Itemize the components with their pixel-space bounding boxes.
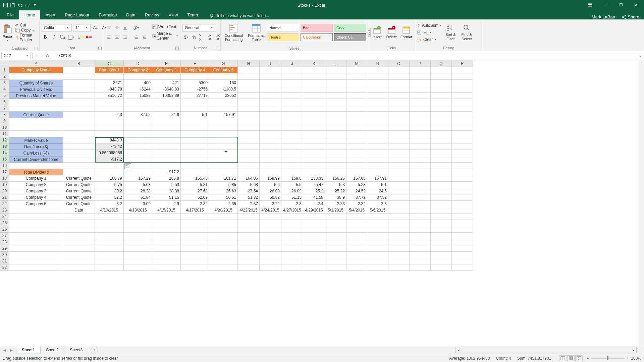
cell-D18[interactable]: 167.29: [124, 175, 152, 182]
cell-F23[interactable]: 4/17/2015: [181, 207, 209, 214]
cell-Q6[interactable]: [431, 99, 452, 105]
cell-K23[interactable]: 4/29/2015: [303, 207, 325, 214]
cell-H14[interactable]: [238, 150, 260, 156]
cell-A24[interactable]: [9, 214, 63, 220]
cell-F5[interactable]: 27719: [181, 93, 209, 99]
font-color-button[interactable]: A: [85, 34, 93, 41]
cell-B6[interactable]: [63, 99, 95, 105]
cell-I9[interactable]: [260, 118, 281, 124]
cell-B24[interactable]: [63, 214, 95, 220]
cell-G16[interactable]: [209, 163, 238, 169]
style-check-cell[interactable]: Check Cell: [334, 33, 366, 41]
cell-P27[interactable]: [410, 233, 431, 239]
tab-data[interactable]: Data: [121, 10, 140, 19]
cell-M10[interactable]: [346, 124, 367, 131]
cell-M21[interactable]: 37.72: [346, 194, 367, 201]
cell-J6[interactable]: [281, 99, 303, 105]
cell-K9[interactable]: [303, 118, 325, 124]
cell-P6[interactable]: [410, 99, 431, 105]
cell-L5[interactable]: [325, 93, 346, 99]
cell-H16[interactable]: [238, 163, 260, 169]
cell-A1[interactable]: Company Name: [9, 67, 63, 73]
cell-E19[interactable]: 5.53: [152, 182, 181, 188]
cell-K21[interactable]: 41.58: [303, 194, 325, 201]
cell-R14[interactable]: [452, 150, 473, 156]
cell-P18[interactable]: [410, 175, 431, 182]
cell-A15[interactable]: Current Dividend/Income: [9, 156, 63, 163]
cell-B11[interactable]: [63, 131, 95, 137]
cell-P17[interactable]: [410, 169, 431, 175]
cell-I6[interactable]: [260, 99, 281, 105]
cell-D20[interactable]: 28.28: [124, 188, 152, 194]
cell-P10[interactable]: [410, 124, 431, 131]
cell-E7[interactable]: [152, 105, 181, 112]
cell-K19[interactable]: 5.47: [303, 182, 325, 188]
cell-P14[interactable]: [410, 150, 431, 156]
horizontal-scrollbar[interactable]: ◄►: [455, 348, 637, 353]
cell-E8[interactable]: 24.6: [152, 112, 181, 118]
cell-D32[interactable]: [124, 264, 152, 271]
cell-M32[interactable]: [346, 264, 367, 271]
col-header-R[interactable]: R: [452, 60, 473, 67]
cell-O19[interactable]: [388, 182, 410, 188]
cell-O10[interactable]: [388, 124, 410, 131]
cell-H26[interactable]: [238, 226, 260, 233]
cell-I21[interactable]: 50.82: [260, 194, 281, 201]
number-format-combo[interactable]: General▼: [182, 24, 216, 32]
cell-N23[interactable]: 5/6/2015: [367, 207, 388, 214]
cell-R32[interactable]: [452, 264, 473, 271]
cell-J9[interactable]: [281, 118, 303, 124]
cell-L27[interactable]: [325, 233, 346, 239]
cell-L25[interactable]: [325, 220, 346, 226]
row-header-14[interactable]: 14: [0, 150, 9, 156]
cells-area[interactable]: Company NameCompany 1Company 2Company 3C…: [9, 67, 473, 271]
sheet-tab-sheet1[interactable]: Sheet1: [16, 346, 41, 354]
col-header-M[interactable]: M: [346, 60, 367, 67]
cell-A28[interactable]: [9, 239, 63, 245]
cell-Q1[interactable]: [431, 67, 452, 73]
cell-H1[interactable]: [238, 67, 260, 73]
cell-I26[interactable]: [260, 226, 281, 233]
user-name[interactable]: Mark LaBarr: [592, 14, 616, 19]
cell-R1[interactable]: [452, 67, 473, 73]
cell-E27[interactable]: [152, 233, 181, 239]
cell-H10[interactable]: [238, 124, 260, 131]
cell-H24[interactable]: [238, 214, 260, 220]
align-right-button[interactable]: [121, 34, 129, 41]
cell-J1[interactable]: [281, 67, 303, 73]
tab-view[interactable]: View: [164, 10, 182, 19]
cell-B4[interactable]: [63, 86, 95, 93]
cell-G9[interactable]: [209, 118, 238, 124]
cell-A18[interactable]: Company 1: [9, 175, 63, 182]
cell-Q7[interactable]: [431, 105, 452, 112]
cell-H23[interactable]: 4/22/2015: [238, 207, 260, 214]
cell-Q13[interactable]: [431, 143, 452, 150]
cell-A31[interactable]: [9, 258, 63, 264]
cell-B25[interactable]: [63, 220, 95, 226]
cell-F4[interactable]: -2756: [181, 86, 209, 93]
cell-G32[interactable]: [209, 264, 238, 271]
zoom-out-button[interactable]: −: [587, 356, 589, 361]
cell-D7[interactable]: [124, 105, 152, 112]
cell-L6[interactable]: [325, 99, 346, 105]
cell-B7[interactable]: [63, 105, 95, 112]
cell-J26[interactable]: [281, 226, 303, 233]
cell-Q17[interactable]: [431, 169, 452, 175]
cell-D23[interactable]: 4/13/2015: [124, 207, 152, 214]
tab-insert[interactable]: Insert: [40, 10, 60, 19]
cell-K14[interactable]: [303, 150, 325, 156]
cell-B28[interactable]: [63, 239, 95, 245]
cell-Q26[interactable]: [431, 226, 452, 233]
cell-C27[interactable]: [95, 233, 124, 239]
cell-A13[interactable]: Gain/Loss ($): [9, 143, 63, 150]
row-header-19[interactable]: 19: [0, 182, 9, 188]
cell-F21[interactable]: 52.09: [181, 194, 209, 201]
cell-A14[interactable]: Gain/Loss (%): [9, 150, 63, 156]
cell-F26[interactable]: [181, 226, 209, 233]
cell-G25[interactable]: [209, 220, 238, 226]
cell-P3[interactable]: [410, 80, 431, 86]
cell-C14[interactable]: -0.862068966: [95, 150, 124, 156]
cell-C30[interactable]: [95, 252, 124, 258]
cell-G22[interactable]: 2.35: [209, 201, 238, 207]
cell-K5[interactable]: [303, 93, 325, 99]
